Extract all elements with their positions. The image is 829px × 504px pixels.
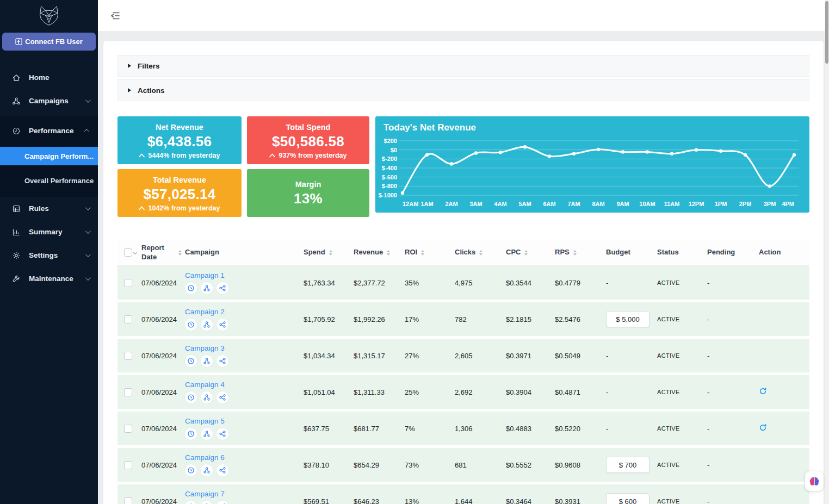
share-icon[interactable]: [216, 282, 228, 294]
column-header-pending: Pending: [707, 248, 759, 257]
row-checkbox[interactable]: [124, 279, 132, 287]
chevron-down-icon: [133, 251, 137, 254]
budget-input[interactable]: $ 600: [606, 493, 649, 504]
history-icon[interactable]: [185, 391, 197, 403]
campaign-link[interactable]: Campaign 3: [185, 344, 304, 352]
refresh-action-icon[interactable]: [759, 424, 767, 432]
sidebar-item-maintenance[interactable]: Maintenance: [0, 267, 98, 290]
sidebar-item-settings[interactable]: Settings: [0, 244, 98, 267]
history-icon[interactable]: [185, 319, 197, 331]
campaign-link[interactable]: Campaign 5: [185, 417, 304, 425]
hierarchy-icon[interactable]: [201, 501, 213, 504]
summary-icon: [12, 227, 21, 237]
clicks-value: 1,306: [455, 425, 506, 433]
pending-value: -: [707, 497, 759, 504]
sidebar-item-summary[interactable]: Summary: [0, 220, 98, 244]
svg-text:1AM: 1AM: [420, 201, 433, 207]
sort-icon[interactable]: [421, 250, 424, 256]
chevron-down-icon: [85, 228, 91, 234]
hierarchy-icon[interactable]: [201, 355, 213, 367]
hierarchy-icon[interactable]: [201, 464, 213, 476]
select-all-checkbox[interactable]: [124, 248, 132, 257]
cpc-value: $0.3464: [506, 497, 555, 504]
budget-input[interactable]: $ 5,000: [606, 311, 649, 327]
table-header: Report DateCampaignSpendRevenueROIClicks…: [117, 240, 809, 266]
refresh-action-icon[interactable]: [759, 387, 767, 395]
campaign-link[interactable]: Campaign 4: [185, 381, 304, 389]
roi-value: 73%: [405, 461, 455, 469]
campaign-table: Report DateCampaignSpendRevenueROIClicks…: [117, 240, 809, 504]
budget-empty: -: [606, 388, 657, 396]
history-icon[interactable]: [185, 355, 197, 367]
row-checkbox[interactable]: [124, 388, 132, 396]
chevron-down-icon: [85, 97, 91, 103]
report-date: 07/06/2024: [141, 279, 185, 287]
actions-accordion[interactable]: Actions: [117, 79, 809, 101]
hierarchy-icon[interactable]: [201, 282, 213, 294]
campaign-link[interactable]: Campaign 2: [185, 308, 304, 316]
column-header-status: Status: [657, 248, 707, 257]
sidebar-item-campaigns[interactable]: Campaigns: [0, 89, 98, 113]
budget-input[interactable]: $ 700: [606, 457, 649, 473]
hierarchy-icon[interactable]: [201, 391, 213, 403]
cpc-value: $0.3904: [506, 388, 555, 396]
column-header-clicks[interactable]: Clicks: [455, 248, 506, 257]
sort-icon[interactable]: [524, 250, 528, 256]
history-icon[interactable]: [185, 282, 197, 294]
sidebar: Connect FB User Home Campaigns Performan…: [0, 0, 98, 504]
sidebar-item-rules[interactable]: Rules: [0, 197, 98, 220]
rps-value: $0.4871: [555, 388, 606, 396]
column-header-report-date[interactable]: Report Date: [141, 244, 185, 262]
assistant-button[interactable]: [805, 471, 824, 491]
sidebar-item-home[interactable]: Home: [0, 66, 98, 89]
trend-up-icon: [139, 153, 145, 158]
campaign-link[interactable]: Campaign 6: [185, 453, 304, 462]
svg-text:5AM: 5AM: [518, 201, 531, 207]
column-header-cpc[interactable]: CPC: [506, 248, 555, 257]
history-icon[interactable]: [185, 428, 197, 440]
history-icon[interactable]: [185, 501, 197, 504]
hierarchy-icon[interactable]: [201, 428, 213, 440]
revenue-value: $1,311.33: [354, 388, 405, 396]
row-checkbox[interactable]: [124, 425, 132, 433]
sort-icon[interactable]: [479, 250, 482, 256]
row-checkbox[interactable]: [124, 461, 132, 469]
row-checkbox[interactable]: [124, 497, 132, 504]
hierarchy-icon[interactable]: [201, 319, 213, 331]
status-badge: ACTIVE: [657, 498, 707, 504]
share-icon[interactable]: [216, 319, 228, 331]
sidebar-item-overall-performance[interactable]: Overall Performance: [0, 170, 98, 191]
campaign-link[interactable]: Campaign 1: [185, 271, 304, 279]
clicks-value: 681: [455, 461, 506, 469]
sidebar-toggle-icon[interactable]: [110, 11, 121, 21]
sort-icon[interactable]: [178, 250, 182, 256]
sort-icon[interactable]: [573, 250, 577, 256]
svg-text:11AM: 11AM: [664, 201, 680, 207]
column-header-rps[interactable]: RPS: [555, 248, 606, 257]
sort-icon[interactable]: [387, 250, 390, 256]
performance-icon: [12, 126, 21, 135]
share-icon[interactable]: [216, 391, 228, 403]
row-checkbox[interactable]: [124, 352, 132, 360]
column-header-roi[interactable]: ROI: [405, 248, 455, 257]
filters-accordion[interactable]: Filters: [117, 55, 809, 77]
history-icon[interactable]: [185, 464, 197, 476]
column-header-spend[interactable]: Spend: [304, 248, 354, 257]
report-date: 07/06/2024: [141, 425, 185, 433]
share-icon[interactable]: [216, 428, 228, 440]
sort-icon[interactable]: [329, 250, 332, 256]
share-icon[interactable]: [216, 501, 228, 504]
campaign-link[interactable]: Campaign 7: [185, 490, 304, 498]
row-checkbox[interactable]: [124, 315, 132, 323]
scrollbar-thumb[interactable]: [825, 1, 828, 64]
sidebar-item-campaign-performance[interactable]: Campaign Perform...: [0, 147, 98, 165]
sidebar-item-performance[interactable]: Performance: [0, 119, 98, 142]
roi-value: 7%: [405, 425, 455, 433]
share-icon[interactable]: [216, 355, 228, 367]
share-icon[interactable]: [216, 464, 228, 476]
column-header-revenue[interactable]: Revenue: [354, 248, 405, 257]
svg-text:6AM: 6AM: [543, 201, 555, 207]
svg-text:10AM: 10AM: [639, 201, 655, 207]
connect-fb-user-button[interactable]: Connect FB User: [2, 33, 96, 51]
kpi-card-net-revenue: Net Revenue$6,438.565444% from yesterday: [117, 116, 242, 164]
